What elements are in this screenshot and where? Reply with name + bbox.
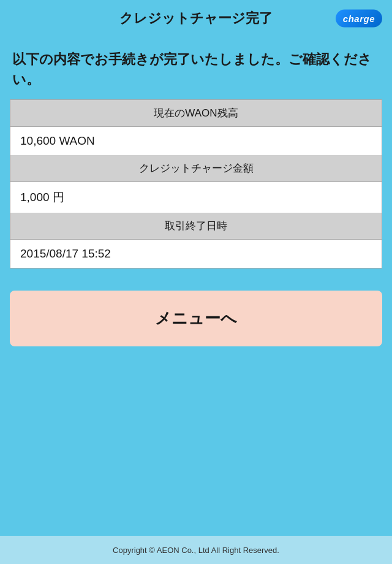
page-title: クレジットチャージ完了 bbox=[119, 9, 273, 28]
table-row-value-0: 10,600 WAON bbox=[10, 127, 382, 156]
table-row-header-0: 現在のWAON残高 bbox=[10, 100, 382, 127]
table-row-header-2: 取引終了日時 bbox=[10, 213, 382, 240]
table-row-value-2: 2015/08/17 15:52 bbox=[10, 240, 382, 269]
menu-button[interactable]: メニューへ bbox=[10, 291, 382, 346]
footer-text: Copyright © AEON Co., Ltd All Right Rese… bbox=[113, 546, 279, 555]
charge-badge: charge bbox=[336, 10, 382, 28]
info-table: 現在のWAON残高10,600 WAONクレジットチャージ金額1,000 円取引… bbox=[10, 99, 382, 269]
header: クレジットチャージ完了 charge bbox=[0, 0, 392, 37]
table-row-header-1: クレジットチャージ金額 bbox=[10, 155, 382, 182]
table-row-value-1: 1,000 円 bbox=[10, 182, 382, 213]
footer: Copyright © AEON Co., Ltd All Right Rese… bbox=[0, 536, 392, 564]
intro-text: 以下の内容でお手続きが完了いたしました。ご確認ください。 bbox=[0, 37, 392, 99]
menu-button-container: メニューへ bbox=[10, 291, 382, 346]
